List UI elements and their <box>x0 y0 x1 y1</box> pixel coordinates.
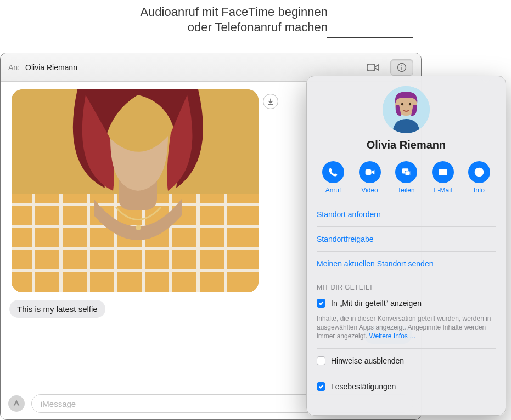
svg-rect-29 <box>405 171 409 175</box>
action-share-label: Teilen <box>397 186 414 194</box>
annotation-line2: oder Telefonanruf machen <box>140 20 328 35</box>
link-send-current-location[interactable]: Meinen aktuellen Standort senden <box>307 252 506 276</box>
incoming-photo-bubble[interactable] <box>12 89 259 292</box>
save-to-photos-button[interactable] <box>263 94 278 109</box>
incoming-message-bubble[interactable]: This is my latest selfie <box>9 300 105 318</box>
to-label: An: <box>8 63 20 72</box>
facetime-video-button[interactable] <box>362 59 385 76</box>
action-email[interactable]: E-Mail <box>428 161 458 194</box>
checkbox-hide-alerts[interactable] <box>317 356 325 365</box>
video-camera-icon <box>367 62 380 73</box>
download-icon <box>267 98 274 105</box>
share-screen-icon <box>395 161 417 183</box>
link-share-location[interactable]: Standortfreigabe <box>307 227 506 251</box>
svg-point-23 <box>409 103 411 105</box>
svg-point-22 <box>401 103 403 105</box>
shared-help-text: Inhalte, die in dieser Konversation gete… <box>307 310 506 348</box>
incoming-photo-wrap <box>12 89 259 292</box>
svg-rect-24 <box>365 169 371 175</box>
person-circle-icon <box>468 161 490 183</box>
action-email-label: E-Mail <box>433 186 452 194</box>
recipient-name: Olivia Riemann <box>25 63 77 72</box>
app-store-icon <box>12 399 21 408</box>
selfie-image <box>12 89 259 292</box>
link-request-location[interactable]: Standort anfordern <box>307 202 506 226</box>
details-info-button[interactable] <box>390 59 413 76</box>
action-call-label: Anruf <box>325 186 341 194</box>
annotation-callout: Audioanruf mit FaceTime beginnen oder Te… <box>140 4 328 35</box>
action-info[interactable]: Info <box>464 161 495 194</box>
avatar-image <box>383 86 430 133</box>
annotation-line1: Audioanruf mit FaceTime beginnen <box>140 4 328 20</box>
apps-button[interactable] <box>8 395 25 412</box>
action-call[interactable]: Anruf <box>318 161 349 194</box>
action-video-label: Video <box>361 186 378 194</box>
svg-point-3 <box>401 65 402 65</box>
action-info-label: Info <box>474 186 485 194</box>
svg-rect-0 <box>367 64 375 71</box>
label-read-receipts: Lesebestätigungen <box>331 382 396 391</box>
contact-actions-row: Anruf Video Teilen E-Mail Info <box>307 151 506 202</box>
mail-icon <box>432 161 454 183</box>
details-popover: Olivia Riemann Anruf Video Teilen E-Mail… <box>306 76 506 416</box>
checkbox-read-receipts[interactable] <box>317 382 325 391</box>
action-share[interactable]: Teilen <box>391 161 422 194</box>
row-hide-alerts[interactable]: Hinweise ausblenden <box>307 349 506 367</box>
row-show-in-shared[interactable]: In „Mit dir geteilt“ anzeigen <box>307 296 506 310</box>
svg-point-32 <box>478 169 480 172</box>
svg-point-19 <box>136 225 141 230</box>
checkbox-show-in-shared[interactable] <box>317 299 325 308</box>
more-info-link[interactable]: Weitere Infos … <box>369 332 416 340</box>
label-hide-alerts: Hinweise ausblenden <box>331 356 404 365</box>
shared-section-header: MIT DIR GETEILT <box>307 276 506 296</box>
action-video[interactable]: Video <box>355 161 385 194</box>
contact-name: Olivia Riemann <box>307 139 506 151</box>
contact-avatar[interactable] <box>383 86 430 133</box>
row-read-receipts[interactable]: Lesebestätigungen <box>307 374 506 393</box>
info-circle-icon <box>395 62 408 73</box>
label-show-in-shared: In „Mit dir geteilt“ anzeigen <box>331 299 422 308</box>
phone-icon <box>322 161 344 183</box>
video-icon <box>359 161 381 183</box>
